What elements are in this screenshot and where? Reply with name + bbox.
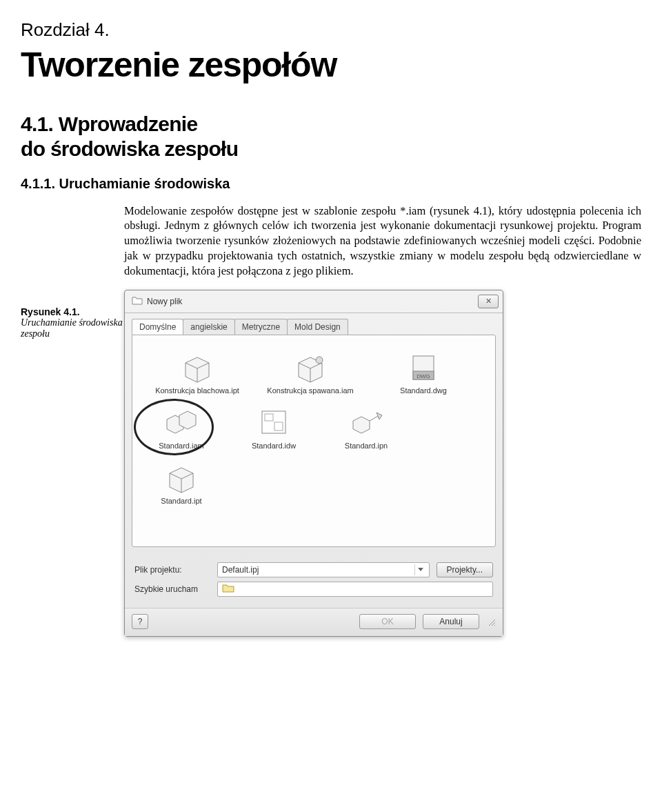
template-label: Standard.ipn xyxy=(345,442,388,450)
tab-metric[interactable]: Metryczne xyxy=(234,319,288,335)
chevron-down-icon xyxy=(414,564,426,575)
svg-text:DWG: DWG xyxy=(417,373,430,379)
template-label: Konstrukcja blachowa.ipt xyxy=(155,386,239,395)
tab-panel: Konstrukcja blachowa.ipt Konstrukcja spa… xyxy=(132,335,496,547)
subsection-title: 4.1.1. Uruchamianie środowiska xyxy=(21,176,641,192)
box-cube-icon xyxy=(179,350,216,384)
template-dwg[interactable]: DWG Standard.dwg xyxy=(370,350,477,395)
template-ipn[interactable]: Standard.ipn xyxy=(328,406,404,450)
dialog-footer: ? OK Anuluj xyxy=(125,608,503,636)
project-file-value: Default.ipj xyxy=(222,565,259,575)
file-icon xyxy=(132,295,143,307)
tab-english[interactable]: angielskie xyxy=(183,319,234,335)
help-button[interactable]: ? xyxy=(132,614,148,629)
project-file-dropdown[interactable]: Default.ipj xyxy=(217,562,430,577)
template-weldment[interactable]: Konstrukcja spawana.iam xyxy=(257,350,364,395)
svg-line-18 xyxy=(489,620,495,626)
dialog-title: Nowy plik xyxy=(147,297,182,306)
box-cube-icon xyxy=(163,461,200,494)
project-file-label: Plik projektu: xyxy=(134,565,210,575)
dialog-titlebar: Nowy plik ✕ xyxy=(125,290,503,313)
ok-button[interactable]: OK xyxy=(359,614,416,629)
svg-line-20 xyxy=(494,625,495,626)
folder-icon xyxy=(222,583,234,595)
template-label: Standard.idw xyxy=(252,442,296,450)
template-label: Standard.dwg xyxy=(400,386,447,395)
new-file-dialog: Nowy plik ✕ Domyślne angielskie Metryczn… xyxy=(124,290,503,637)
figure-caption-subtitle: Uruchamianie środowiska zespołu xyxy=(21,317,124,339)
close-icon: ✕ xyxy=(485,297,492,306)
svg-point-4 xyxy=(316,357,323,364)
projects-button[interactable]: Projekty... xyxy=(437,562,493,577)
tab-default[interactable]: Domyślne xyxy=(132,319,183,335)
template-idw[interactable]: Standard.idw xyxy=(236,406,312,450)
chapter-label: Rozdział 4. xyxy=(21,19,641,41)
quick-launch-field[interactable] xyxy=(217,582,493,597)
dwg-file-icon: DWG xyxy=(405,350,442,384)
template-iam[interactable]: Standard.iam xyxy=(143,406,219,450)
body-paragraph: Modelowanie zespołów dostępne jest w sza… xyxy=(124,204,641,279)
template-sheetmetal[interactable]: Konstrukcja blachowa.ipt xyxy=(143,350,251,395)
presentation-icon xyxy=(348,406,385,439)
svg-marker-13 xyxy=(353,417,370,433)
welded-cube-icon xyxy=(292,350,329,384)
template-label: Konstrukcja spawana.iam xyxy=(267,386,353,395)
project-area: Plik projektu: Default.ipj Projekty... S… xyxy=(125,554,503,608)
template-label: Standard.ipt xyxy=(161,497,201,505)
template-label: Standard.iam xyxy=(159,442,203,450)
assembly-cubes-icon xyxy=(163,406,200,439)
drawing-sheet-icon xyxy=(255,406,292,439)
close-button[interactable]: ✕ xyxy=(478,295,499,308)
section-title-line1: 4.1. Wprowadzenie xyxy=(21,112,641,136)
svg-marker-9 xyxy=(179,411,196,429)
figure-caption-title: Rysunek 4.1. xyxy=(21,306,124,317)
cancel-button[interactable]: Anuluj xyxy=(423,614,479,629)
resize-grip-icon xyxy=(486,617,496,626)
tabs-bar: Domyślne angielskie Metryczne Mold Desig… xyxy=(125,313,503,335)
chapter-title: Tworzenie zespołów xyxy=(21,45,641,85)
template-ipt[interactable]: Standard.ipt xyxy=(143,461,219,505)
svg-marker-15 xyxy=(377,413,382,419)
quick-launch-label: Szybkie urucham xyxy=(134,584,210,594)
tab-mold[interactable]: Mold Design xyxy=(287,319,348,335)
section-title-line2: do środowiska zespołu xyxy=(21,137,641,161)
help-icon: ? xyxy=(138,617,143,626)
